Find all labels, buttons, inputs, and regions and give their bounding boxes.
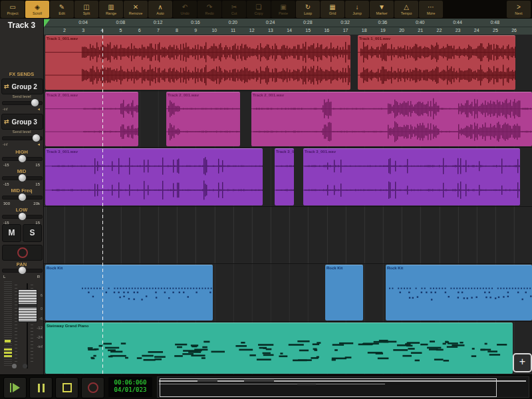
ruler-bar-label: 8 bbox=[176, 28, 178, 33]
project-icon: ▭ bbox=[9, 3, 15, 11]
slider-knob[interactable] bbox=[18, 266, 27, 275]
song-overview-navigator[interactable] bbox=[157, 376, 529, 398]
waveform-canvas bbox=[45, 149, 263, 205]
midi-clip[interactable]: Rock Kit bbox=[325, 265, 363, 321]
send-1-group-button[interactable]: ⇄ Group 2 bbox=[1, 78, 43, 94]
eq-low-slider[interactable] bbox=[2, 213, 41, 219]
eq-mid-freq-slider[interactable] bbox=[2, 194, 41, 200]
slider-knob[interactable] bbox=[18, 212, 27, 221]
ruler-time-label: 0:40 bbox=[416, 20, 425, 25]
track-row[interactable]: Steinway Grand Piano bbox=[43, 322, 532, 376]
toolbar-button-loop[interactable]: ↻Loop bbox=[296, 1, 320, 18]
range-button-label: Range bbox=[106, 11, 116, 15]
toolbar-button-redo[interactable]: ↷Redo bbox=[198, 1, 221, 18]
timeline-ruler[interactable]: 0:040:080:120:160:200:240:280:320:360:40… bbox=[43, 19, 532, 35]
track-row[interactable]: Track 3_001.wavTrack 3_001Track 3_001.wa… bbox=[43, 148, 532, 207]
toolbar-button-paste[interactable]: ▣Paste bbox=[271, 1, 295, 18]
audio-clip[interactable]: Track 3_001 bbox=[275, 148, 294, 205]
midi-clip[interactable]: Rock Kit bbox=[386, 265, 532, 321]
eq-max-label: 20k bbox=[33, 201, 40, 205]
eq-mid-slider[interactable] bbox=[2, 174, 41, 181]
clip-label: Track 3_001.wav bbox=[47, 150, 78, 154]
toolbar-button-remove[interactable]: ✕Remove bbox=[124, 1, 148, 18]
clip-label: Track 1_001.wav bbox=[47, 37, 78, 41]
track-row[interactable]: Track 2_001.wavTrack 2_001.wavTrack 2_00… bbox=[43, 91, 532, 148]
speaker-icon: ◄ bbox=[37, 142, 41, 146]
toolbar-button-range[interactable]: ▥Range bbox=[99, 1, 123, 18]
ruler-time-label: 0:36 bbox=[378, 20, 388, 25]
stop-icon bbox=[63, 383, 72, 392]
track-row[interactable]: Track 1_001.wavTrack 1_001.wav bbox=[43, 35, 532, 92]
marker-icon: ▼ bbox=[378, 3, 385, 11]
stop-button[interactable] bbox=[55, 377, 78, 398]
playhead[interactable] bbox=[102, 29, 103, 374]
toolbar-button-project[interactable]: ▭Project bbox=[1, 1, 25, 18]
audio-clip[interactable]: Track 2_001.wav bbox=[166, 92, 240, 146]
toolbar-button-jump[interactable]: ↓Jump bbox=[345, 1, 369, 18]
record-arm-button[interactable] bbox=[2, 245, 43, 261]
send-2-level-slider[interactable] bbox=[2, 134, 41, 141]
record-button[interactable] bbox=[81, 377, 104, 398]
waveform-canvas bbox=[45, 92, 138, 146]
audio-clip[interactable]: Track 3_001.wav bbox=[45, 148, 263, 205]
ruler-time-label: 0:32 bbox=[340, 20, 350, 25]
pan-slider[interactable] bbox=[2, 267, 41, 273]
copy-icon: ❏ bbox=[256, 3, 262, 11]
toolbar-button-more[interactable]: ⋯More bbox=[419, 1, 443, 18]
audio-clip[interactable]: Track 2_001.wav bbox=[251, 92, 532, 146]
toolbar-button-grid[interactable]: ▦Grid bbox=[321, 1, 344, 18]
redo-button-label: Redo bbox=[205, 11, 213, 15]
midi-notes-canvas bbox=[45, 323, 513, 374]
toolbar-button-edit[interactable]: ✎Edit bbox=[50, 1, 74, 18]
play-button[interactable] bbox=[3, 377, 27, 398]
pan-left-label: L bbox=[3, 275, 5, 279]
send-1-level-slider[interactable] bbox=[2, 99, 41, 106]
empty-track-row[interactable] bbox=[43, 207, 532, 265]
next-button[interactable]: > Next bbox=[507, 1, 531, 18]
toolbar-button-scroll[interactable]: ◈Scroll bbox=[25, 1, 49, 18]
overview-viewport[interactable] bbox=[160, 378, 497, 397]
fader-scale-label: 6 bbox=[34, 293, 43, 297]
audio-clip[interactable]: Track 1_001.wav bbox=[45, 35, 350, 90]
slider-knob[interactable] bbox=[18, 193, 27, 201]
toolbar-button-undo[interactable]: ↶Undo bbox=[173, 1, 197, 18]
output-indicator[interactable] bbox=[23, 364, 27, 368]
undo-button-label: Undo bbox=[180, 11, 189, 15]
slider-knob[interactable] bbox=[18, 154, 27, 163]
ruler-bar-label: 20 bbox=[399, 28, 404, 33]
toolbar-button-tempo[interactable]: △Tempo bbox=[394, 1, 418, 18]
grid-button-label: Grid bbox=[329, 11, 336, 15]
track-row[interactable]: Rock KitRock KitRock Kit bbox=[43, 264, 532, 323]
output-indicator[interactable] bbox=[12, 364, 17, 368]
ruler-bar-label: 9 bbox=[194, 28, 197, 33]
add-track-button[interactable]: + bbox=[513, 353, 532, 372]
loop-button-label: Loop bbox=[304, 11, 312, 15]
audio-clip[interactable]: Track 2_001.wav bbox=[45, 92, 138, 146]
solo-button[interactable]: S bbox=[23, 224, 42, 242]
arrange-area[interactable]: Track 1_001.wavTrack 1_001.wavTrack 2_00… bbox=[43, 35, 532, 374]
pause-button[interactable] bbox=[29, 377, 53, 398]
eq-high-slider[interactable] bbox=[2, 155, 41, 162]
slider-knob[interactable] bbox=[31, 98, 39, 107]
toolbar-button-auto[interactable]: ∧Auto bbox=[148, 1, 172, 18]
midi-clip[interactable]: Rock Kit bbox=[45, 265, 213, 321]
paste-button-label: Paste bbox=[279, 11, 288, 15]
toolbar-button-cut[interactable]: ✂Cut bbox=[222, 1, 246, 18]
send-2-group-button[interactable]: ⇄ Group 3 bbox=[1, 114, 43, 130]
project-start-marker[interactable] bbox=[44, 19, 50, 27]
speaker-icon: ◄ bbox=[37, 107, 41, 111]
ruler-bar-label: 19 bbox=[380, 28, 386, 33]
slider-knob[interactable] bbox=[32, 134, 41, 142]
audio-clip[interactable]: Track 1_001.wav bbox=[358, 35, 515, 90]
audio-clip[interactable]: Track 3_001.wav bbox=[303, 148, 520, 205]
toolbar-button-copy[interactable]: ❏Copy bbox=[247, 1, 271, 18]
midi-clip[interactable]: Steinway Grand Piano bbox=[45, 323, 513, 374]
ruler-bar-label: 6 bbox=[138, 28, 141, 33]
next-button-label: Next bbox=[515, 11, 522, 15]
tempo-icon: △ bbox=[404, 3, 409, 11]
toolbar-button-split[interactable]: ◫Split bbox=[74, 1, 98, 18]
slider-knob[interactable] bbox=[18, 174, 27, 182]
waveform-canvas bbox=[166, 92, 240, 146]
mute-button[interactable]: M bbox=[2, 224, 21, 242]
toolbar-button-marker[interactable]: ▼Marker bbox=[370, 1, 394, 18]
